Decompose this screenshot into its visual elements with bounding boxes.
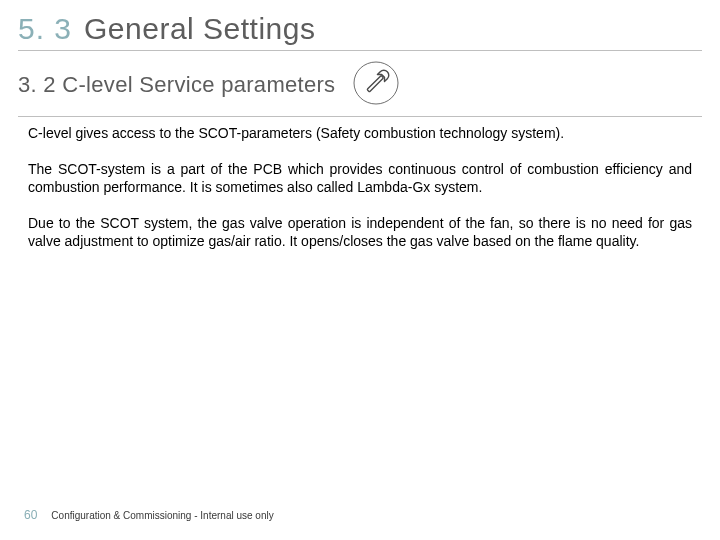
subsection-title: 3. 2 C-level Service parameters <box>18 72 335 98</box>
paragraph: C-level gives access to the SCOT-paramet… <box>28 125 692 143</box>
page-number: 60 <box>24 508 37 522</box>
footer: 60 Configuration & Commissioning - Inter… <box>24 508 274 522</box>
paragraph: Due to the SCOT system, the gas valve op… <box>28 215 692 251</box>
subsection-header: 3. 2 C-level Service parameters <box>18 62 702 117</box>
svg-point-0 <box>354 62 398 104</box>
slide: 5. 3 General Settings 3. 2 C-level Servi… <box>0 0 720 540</box>
chapter-header: 5. 3 General Settings <box>18 12 702 51</box>
footer-text: Configuration & Commissioning - Internal… <box>51 510 273 521</box>
paragraph: The SCOT-system is a part of the PCB whi… <box>28 161 692 197</box>
chapter-number: 5. 3 <box>18 12 84 46</box>
svg-rect-1 <box>367 75 384 92</box>
wrench-icon <box>353 60 399 106</box>
body-content: C-level gives access to the SCOT-paramet… <box>28 125 692 269</box>
chapter-title: General Settings <box>84 12 315 46</box>
